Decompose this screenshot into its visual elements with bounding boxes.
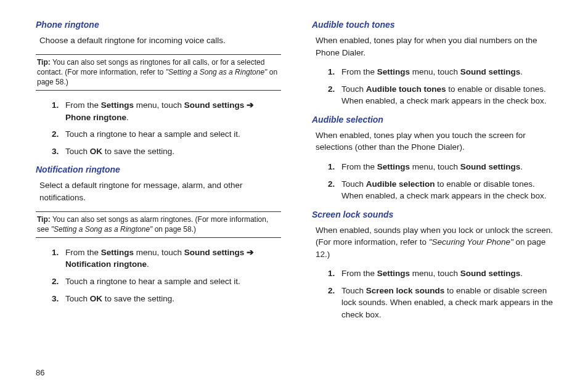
steps-notification-ringtone: 1. From the Settings menu, touch Sound s… [52, 247, 281, 304]
heading-screen-lock-sounds: Screen lock sounds [312, 210, 557, 219]
list-item: 1. From the Settings menu, touch Sound s… [328, 66, 557, 78]
step-bold: OK [90, 294, 102, 303]
step-bold: Sound settings [184, 100, 245, 110]
step-text: menu, touch [410, 162, 460, 171]
heading-audible-touch-tones: Audible touch tones [312, 20, 557, 30]
page-body: Phone ringtone Choose a default ringtone… [0, 0, 588, 341]
step-text: . [147, 259, 149, 269]
step-num: 1. [328, 66, 335, 78]
para-notification-intro: Select a default ringtone for message, a… [39, 179, 281, 203]
list-item: 2. Touch Audible touch tones to enable o… [328, 83, 557, 107]
step-text: Touch a ringtone to hear a sample and se… [65, 277, 240, 286]
steps-audible-selection: 1. From the Settings menu, touch Sound s… [328, 161, 557, 202]
arrow-icon: ➔ [244, 248, 254, 257]
step-text: From the [341, 269, 377, 278]
step-num: 1. [52, 247, 59, 259]
step-text: to save the setting. [102, 147, 174, 156]
step-text: to save the setting. [102, 294, 174, 303]
step-num: 2. [328, 285, 335, 297]
heading-audible-selection: Audible selection [312, 115, 557, 125]
step-bold: Notification ringtone [65, 259, 147, 269]
step-text: . [126, 113, 129, 122]
step-bold: Audible selection [366, 179, 435, 189]
para-audible-selection-intro: When enabled, tones play when you touch … [316, 129, 557, 153]
step-bold: Sound settings [460, 162, 521, 171]
step-bold: Sound settings [460, 67, 521, 76]
left-column: Phone ringtone Choose a default ringtone… [36, 18, 281, 329]
step-bold: Settings [101, 100, 134, 110]
steps-audible-touch: 1. From the Settings menu, touch Sound s… [328, 66, 557, 107]
step-text: menu, touch [134, 248, 184, 257]
step-num: 2. [328, 83, 335, 96]
step-bold: Audible touch tones [366, 84, 446, 94]
step-num: 2. [328, 178, 335, 190]
step-text: From the [65, 100, 101, 110]
list-item: 2. Touch a ringtone to hear a sample and… [52, 276, 281, 288]
tip-notification-ringtone: Tip: You can also set songs as alarm rin… [36, 211, 281, 238]
tip-label: Tip: [37, 215, 51, 224]
heading-notification-ringtone: Notification ringtone [36, 165, 281, 174]
step-text: From the [341, 162, 377, 171]
step-text: From the [341, 67, 377, 76]
step-text: Touch [341, 179, 366, 189]
step-text: Touch [341, 84, 366, 94]
step-text: . [520, 162, 523, 171]
step-num: 1. [52, 99, 59, 112]
step-num: 3. [52, 293, 59, 305]
step-text: . [520, 269, 523, 278]
tip-text-2: on page 58.) [152, 225, 196, 234]
step-num: 2. [52, 276, 59, 288]
list-item: 2. Touch a ringtone to hear a sample and… [52, 128, 281, 141]
list-item: 3. Touch OK to save the setting. [52, 293, 281, 305]
steps-screen-lock: 1. From the Settings menu, touch Sound s… [328, 267, 557, 321]
steps-phone-ringtone: 1. From the Settings menu, touch Sound s… [52, 99, 281, 157]
step-num: 2. [52, 128, 59, 141]
list-item: 1. From the Settings menu, touch Sound s… [328, 267, 557, 280]
step-text: Touch [341, 286, 366, 295]
step-bold: Phone ringtone [65, 113, 126, 122]
step-text: Touch a ringtone to hear a sample and se… [65, 129, 240, 139]
step-num: 1. [328, 161, 335, 173]
page-number: 86 [36, 368, 44, 377]
step-text: menu, touch [410, 269, 460, 278]
step-text: Touch [65, 147, 90, 156]
step-bold: Settings [377, 162, 410, 171]
list-item: 2. Touch Screen lock sounds to enable or… [328, 285, 557, 321]
list-item: 1. From the Settings menu, touch Sound s… [52, 247, 281, 271]
tip-phone-ringtone: Tip: You can also set songs as ringtones… [36, 54, 281, 91]
step-text: menu, touch [134, 100, 184, 110]
right-column: Audible touch tones When enabled, tones … [312, 18, 557, 329]
step-num: 1. [328, 267, 335, 280]
step-bold: Settings [101, 248, 134, 257]
list-item: 1. From the Settings menu, touch Sound s… [328, 161, 557, 173]
step-bold: Sound settings [460, 269, 521, 278]
step-text: Touch [65, 294, 90, 303]
step-bold: Settings [377, 67, 410, 76]
list-item: 1. From the Settings menu, touch Sound s… [52, 99, 281, 123]
step-text: . [520, 67, 523, 76]
tip-ref: "Setting a Song as a Ringtone" [166, 68, 267, 76]
heading-phone-ringtone: Phone ringtone [36, 20, 281, 30]
para-phone-ringtone-intro: Choose a default ringtone for incoming v… [39, 35, 281, 47]
arrow-icon: ➔ [244, 100, 254, 110]
step-bold: Screen lock sounds [366, 286, 445, 295]
list-item: 2. Touch Audible selection to enable or … [328, 178, 557, 202]
tip-ref: "Setting a Song as a Ringtone" [51, 225, 153, 234]
step-num: 3. [52, 145, 59, 158]
para-screen-lock-intro: When enabled, sounds play when you lock … [316, 224, 557, 261]
step-bold: Sound settings [184, 248, 245, 257]
step-text: From the [65, 248, 101, 257]
intro-ref: "Securing Your Phone" [429, 237, 513, 247]
para-audible-touch-intro: When enabled, tones play for when you di… [316, 35, 557, 59]
step-text: menu, touch [410, 67, 460, 76]
list-item: 3. Touch OK to save the setting. [52, 145, 281, 158]
step-bold: Settings [377, 269, 410, 278]
step-bold: OK [90, 147, 102, 156]
tip-label: Tip: [37, 58, 51, 67]
